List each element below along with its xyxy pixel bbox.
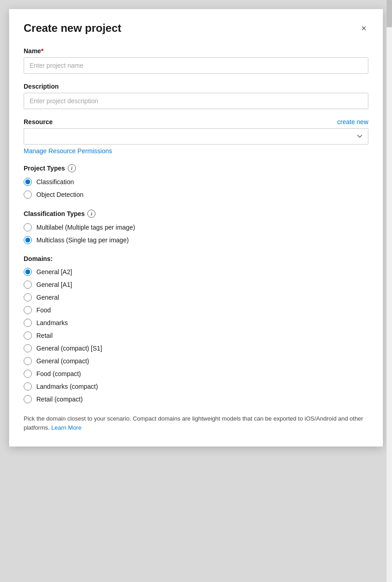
- footer-note: Pick the domain closest to your scenario…: [24, 414, 368, 432]
- radio-food-compact-label: Food (compact): [36, 370, 81, 377]
- radio-retail-compact-label: Retail (compact): [36, 396, 83, 403]
- project-types-title: Project Types i: [24, 164, 368, 172]
- radio-item-general-compact[interactable]: General (compact): [24, 357, 368, 365]
- radio-item-food-compact[interactable]: Food (compact): [24, 370, 368, 378]
- classification-types-title: Classification Types i: [24, 210, 368, 218]
- radio-general-a1-label: General [A1]: [36, 281, 72, 288]
- project-types-info-icon: i: [68, 164, 76, 172]
- radio-retail-compact[interactable]: [24, 395, 32, 403]
- radio-general[interactable]: [24, 293, 32, 301]
- radio-item-food[interactable]: Food: [24, 306, 368, 314]
- description-input[interactable]: [24, 93, 368, 109]
- radio-landmarks-compact-label: Landmarks (compact): [36, 383, 98, 390]
- radio-item-classification[interactable]: Classification: [24, 178, 368, 186]
- radio-item-general[interactable]: General: [24, 293, 368, 301]
- page-wrapper: Create new project × Name* Description R…: [0, 0, 392, 582]
- project-types-section: Project Types i Classification Object De…: [24, 164, 368, 199]
- radio-general-compact-s1-label: General (compact) [S1]: [36, 345, 102, 352]
- radio-landmarks-label: Landmarks: [36, 319, 68, 326]
- radio-landmarks[interactable]: [24, 319, 32, 327]
- radio-item-object-detection[interactable]: Object Detection: [24, 191, 368, 199]
- required-star: *: [41, 47, 43, 55]
- classification-types-section: Classification Types i Multilabel (Multi…: [24, 210, 368, 244]
- radio-food[interactable]: [24, 306, 32, 314]
- radio-general-a2[interactable]: [24, 268, 32, 276]
- resource-label: Resource: [24, 118, 53, 125]
- classification-types-info-icon: i: [87, 210, 95, 218]
- name-input[interactable]: [24, 57, 368, 74]
- radio-item-landmarks-compact[interactable]: Landmarks (compact): [24, 382, 368, 391]
- radio-classification[interactable]: [24, 178, 32, 186]
- domains-label: Domains:: [24, 255, 368, 262]
- name-label: Name*: [24, 47, 368, 55]
- modal-title: Create new project: [24, 22, 121, 35]
- classification-types-radio-group: Multilabel (Multiple tags per image) Mul…: [24, 223, 368, 244]
- description-label: Description: [24, 83, 368, 90]
- name-field-group: Name*: [24, 47, 368, 74]
- resource-select[interactable]: [24, 128, 368, 145]
- radio-retail[interactable]: [24, 331, 32, 340]
- radio-multilabel[interactable]: [24, 223, 32, 231]
- radio-multilabel-label: Multilabel (Multiple tags per image): [36, 224, 135, 231]
- scrollbar-track[interactable]: [387, 0, 392, 582]
- radio-item-general-compact-s1[interactable]: General (compact) [S1]: [24, 344, 368, 352]
- radio-item-general-a1[interactable]: General [A1]: [24, 281, 368, 289]
- radio-general-compact-s1[interactable]: [24, 344, 32, 352]
- scrollbar-thumb[interactable]: [387, 0, 392, 27]
- learn-more-link[interactable]: Learn More: [51, 424, 81, 431]
- radio-food-compact[interactable]: [24, 370, 32, 378]
- radio-general-compact-label: General (compact): [36, 357, 89, 365]
- modal-dialog: Create new project × Name* Description R…: [9, 9, 383, 447]
- radio-multiclass-label: Multiclass (Single tag per image): [36, 236, 129, 244]
- modal-header: Create new project ×: [24, 22, 368, 35]
- radio-general-a1[interactable]: [24, 281, 32, 289]
- resource-field-group: Resource create new Manage Resource Perm…: [24, 118, 368, 155]
- radio-item-retail-compact[interactable]: Retail (compact): [24, 395, 368, 403]
- domains-radio-group: General [A2] General [A1] General Food: [24, 268, 368, 403]
- description-field-group: Description: [24, 83, 368, 109]
- manage-permissions-link[interactable]: Manage Resource Permissions: [24, 147, 112, 155]
- close-button[interactable]: ×: [359, 22, 368, 35]
- radio-item-landmarks[interactable]: Landmarks: [24, 319, 368, 327]
- radio-item-multiclass[interactable]: Multiclass (Single tag per image): [24, 236, 368, 244]
- radio-landmarks-compact[interactable]: [24, 382, 32, 391]
- create-new-link[interactable]: create new: [337, 118, 368, 125]
- radio-object-detection-label: Object Detection: [36, 191, 84, 198]
- radio-retail-label: Retail: [36, 332, 53, 339]
- radio-general-label: General: [36, 294, 59, 301]
- radio-item-multilabel[interactable]: Multilabel (Multiple tags per image): [24, 223, 368, 231]
- radio-multiclass[interactable]: [24, 236, 32, 244]
- resource-row: Resource create new: [24, 118, 368, 125]
- project-types-radio-group: Classification Object Detection: [24, 178, 368, 199]
- radio-item-general-a2[interactable]: General [A2]: [24, 268, 368, 276]
- radio-object-detection[interactable]: [24, 191, 32, 199]
- radio-general-a2-label: General [A2]: [36, 268, 72, 276]
- radio-classification-label: Classification: [36, 178, 74, 186]
- radio-food-label: Food: [36, 306, 51, 314]
- radio-item-retail[interactable]: Retail: [24, 331, 368, 340]
- radio-general-compact[interactable]: [24, 357, 32, 365]
- modal-overlay: Create new project × Name* Description R…: [0, 0, 392, 582]
- domains-section: Domains: General [A2] General [A1] Gener…: [24, 255, 368, 403]
